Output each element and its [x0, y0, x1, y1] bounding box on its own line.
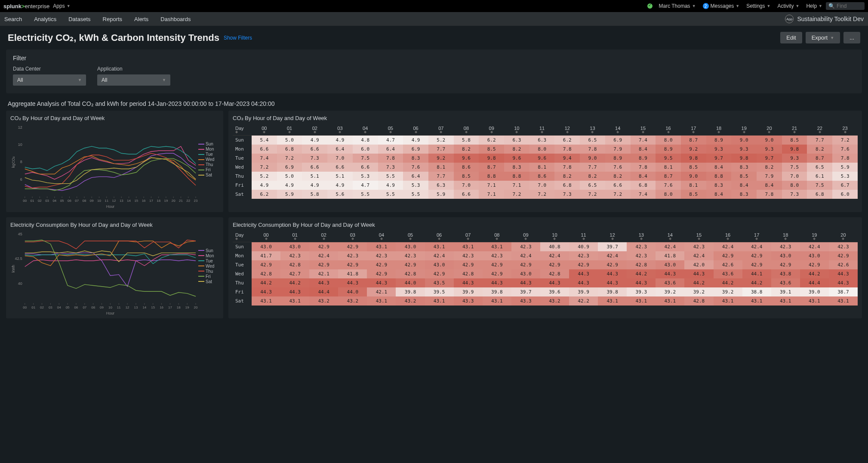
svg-text:12: 12 [112, 199, 116, 203]
legend-item-fri[interactable]: Fri [198, 167, 219, 172]
svg-text:18: 18 [157, 199, 160, 203]
status-ok-icon [647, 3, 653, 9]
messages-menu[interactable]: 2Messages▼ [703, 3, 740, 9]
nav-item-alerts[interactable]: Alerts [134, 16, 148, 22]
svg-text:Hour: Hour [106, 311, 114, 315]
co2-legend: SunMonTueWedThuFriSat [198, 124, 219, 210]
nav-item-reports[interactable]: Reports [103, 16, 123, 22]
svg-text:14: 14 [142, 305, 146, 309]
table-row: Fri4.94.94.94.94.74.95.36.37.07.17.17.06… [233, 181, 858, 190]
chevron-down-icon: ▼ [692, 4, 696, 8]
brand-part2: enterprise [25, 3, 50, 9]
legend-item-wed[interactable]: Wed [198, 157, 219, 162]
legend-item-tue[interactable]: Tue [198, 152, 219, 157]
legend-item-sat[interactable]: Sat [198, 279, 219, 284]
chevron-down-icon: ▼ [819, 4, 822, 8]
settings-menu[interactable]: Settings▼ [746, 3, 770, 9]
svg-text:42.5: 42.5 [15, 256, 22, 261]
aggregate-header: Aggregate Analysis of Total CO₂ and kWh … [0, 97, 868, 111]
user-menu[interactable]: Marc Thomas▼ [659, 3, 696, 9]
svg-text:09: 09 [100, 305, 104, 309]
chevron-down-icon: ▼ [736, 4, 739, 8]
table-row: Sat43.143.143.243.243.143.243.143.343.14… [233, 296, 858, 306]
edit-button[interactable]: Edit [780, 32, 802, 43]
legend-item-sat[interactable]: Sat [198, 173, 219, 177]
chevron-down-icon: ▼ [830, 36, 834, 40]
svg-text:17: 17 [168, 305, 172, 309]
application-select[interactable]: All▼ [97, 74, 170, 86]
svg-text:01: 01 [31, 199, 34, 203]
chevron-down-icon: ▼ [78, 78, 82, 82]
legend-item-mon[interactable]: Mon [198, 147, 219, 151]
nav-item-dashboards[interactable]: Dashboards [160, 16, 191, 22]
svg-text:00: 00 [23, 199, 27, 203]
elec-chart-panel: Electricity Consumption By Hour of Day a… [6, 217, 223, 319]
chevron-down-icon: ▼ [67, 4, 71, 8]
elec-line-chart[interactable]: 4042.545kWh00010203040506070809101112131… [10, 231, 198, 316]
legend-item-thu[interactable]: Thu [198, 162, 219, 167]
co2-table-title: CO₂ By Hour of Day and Day of Week [233, 115, 858, 121]
nav-item-analytics[interactable]: Analytics [34, 16, 56, 22]
svg-text:08: 08 [91, 305, 95, 309]
svg-text:22: 22 [186, 199, 190, 203]
table-row: Tue7.47.27.37.07.57.88.39.29.69.89.69.69… [233, 154, 858, 163]
svg-text:10: 10 [97, 199, 101, 203]
table-row: Thu5.25.05.15.15.35.56.47.78.58.88.88.68… [233, 172, 858, 181]
svg-text:00: 00 [23, 305, 27, 309]
app-context[interactable]: App Sustainability Toolkit Dev [785, 15, 864, 23]
top-bar: splunk>enterprise Apps▼ Marc Thomas▼ 2Me… [0, 0, 868, 12]
co2-line-chart[interactable]: 681012kgCO₂00010203040506070809101112131… [10, 124, 198, 210]
legend-item-mon[interactable]: Mon [198, 253, 219, 258]
table-row: Sun5.45.04.94.94.84.74.95.25.86.26.36.36… [233, 136, 858, 145]
svg-text:18: 18 [177, 305, 181, 309]
table-row: Tue42.942.842.942.942.942.943.042.942.94… [233, 260, 858, 269]
export-button[interactable]: Export▼ [806, 32, 840, 43]
svg-text:02: 02 [38, 199, 42, 203]
legend-item-tue[interactable]: Tue [198, 259, 219, 263]
elec-heatmap-table[interactable]: Day◆00◆01◆02◆03◆04◆05◆06◆07◆08◆09◆10◆11◆… [233, 231, 858, 306]
datacenter-select[interactable]: All▼ [13, 74, 86, 86]
table-row: Sun43.043.042.942.943.143.043.143.143.14… [233, 242, 858, 251]
filter-datacenter: Data Center All▼ [13, 66, 86, 86]
filter-panel: Filter Data Center All▼ Application All▼ [6, 49, 862, 93]
legend-item-thu[interactable]: Thu [198, 269, 219, 274]
table-row: Mon41.742.342.442.342.342.342.442.342.34… [233, 251, 858, 260]
table-row: Fri44.344.344.444.042.139.839.539.939.83… [233, 287, 858, 296]
legend-item-wed[interactable]: Wed [198, 264, 219, 269]
messages-count-badge: 2 [703, 3, 709, 9]
legend-item-sun[interactable]: Sun [198, 248, 219, 253]
legend-item-sun[interactable]: Sun [198, 142, 219, 146]
svg-text:13: 13 [134, 305, 138, 309]
find-input[interactable] [837, 3, 862, 9]
table-row: Thu44.244.244.344.344.344.043.544.344.34… [233, 278, 858, 287]
elec-table-title: Electricity Consumption By Hour of Day a… [233, 222, 858, 228]
brand-part1: splunk [3, 3, 22, 9]
svg-text:04: 04 [57, 305, 61, 309]
chevron-down-icon: ▼ [795, 4, 799, 8]
page-title: Electricity CO₂, kWh & Carbon Intensity … [8, 32, 219, 43]
svg-text:04: 04 [52, 199, 56, 203]
filter-title: Filter [13, 55, 855, 62]
co2-heatmap-table[interactable]: Day◆00◆01◆02◆03◆04◆05◆06◆07◆08◆09◆10◆11◆… [233, 124, 858, 199]
activity-menu[interactable]: Activity▼ [777, 3, 799, 9]
legend-item-fri[interactable]: Fri [198, 274, 219, 279]
table-row: Sat6.25.95.85.65.55.55.55.96.67.17.27.27… [233, 190, 858, 199]
more-button[interactable]: ... [843, 32, 860, 43]
svg-text:15: 15 [134, 199, 138, 203]
svg-text:16: 16 [160, 305, 163, 309]
global-search[interactable]: 🔍 [826, 2, 865, 10]
svg-text:09: 09 [90, 199, 94, 203]
nav-item-search[interactable]: Search [4, 16, 22, 22]
co2-heatmap-panel: CO₂ By Hour of Day and Day of Week Day◆0… [228, 111, 862, 212]
show-filters-link[interactable]: Show Filters [224, 35, 252, 41]
brand-sep: > [22, 3, 25, 9]
svg-text:03: 03 [49, 305, 52, 309]
table-row: Wed7.26.96.66.66.67.37.68.18.68.78.38.17… [233, 163, 858, 172]
co2-chart-title: CO₂ By Hour of Day and Day of Week [10, 115, 219, 121]
svg-text:10: 10 [108, 305, 112, 309]
help-menu[interactable]: Help▼ [806, 3, 822, 9]
nav-item-datasets[interactable]: Datasets [68, 16, 90, 22]
apps-menu[interactable]: Apps▼ [53, 3, 70, 9]
svg-text:05: 05 [66, 305, 70, 309]
svg-text:kgCO₂: kgCO₂ [11, 156, 15, 168]
